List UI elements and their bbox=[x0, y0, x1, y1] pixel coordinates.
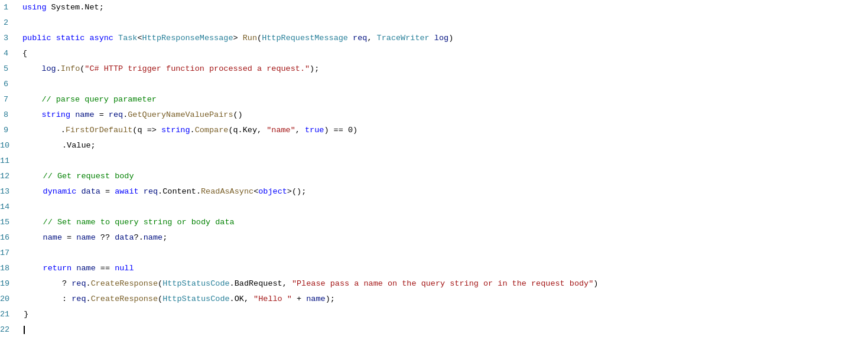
token-kw: dynamic bbox=[43, 187, 77, 196]
line-number: 11 bbox=[0, 153, 19, 169]
token-param: req bbox=[71, 279, 86, 288]
line-number: 14 bbox=[0, 199, 19, 215]
token-method: Info bbox=[61, 64, 80, 73]
token-string: "C# HTTP trigger function processed a re… bbox=[84, 64, 310, 73]
token-plain: () bbox=[233, 110, 243, 119]
code-line: 13 dynamic data = await req.Content.Read… bbox=[0, 184, 868, 199]
line-content: // Set name to query string or body data bbox=[19, 215, 868, 230]
token-string: "Please pass a name on the query string … bbox=[292, 279, 593, 288]
token-type: TraceWriter bbox=[377, 34, 430, 42]
token-plain bbox=[139, 187, 144, 196]
token-plain: ?. bbox=[134, 233, 144, 242]
token-plain: + bbox=[292, 295, 306, 303]
token-type: HttpStatusCode bbox=[162, 295, 229, 303]
code-line: 10 .Value; bbox=[0, 138, 868, 153]
token-plain bbox=[22, 64, 41, 73]
token-plain bbox=[51, 34, 56, 42]
token-method: CreateResponse bbox=[91, 295, 158, 303]
code-line: 11 bbox=[0, 153, 868, 169]
code-line: 16 name = name ?? data?.name; bbox=[0, 230, 868, 246]
line-number: 6 bbox=[0, 77, 18, 92]
token-comment: // Get request body bbox=[43, 172, 134, 181]
token-method: FirstOrDefault bbox=[66, 126, 132, 135]
token-plain: { bbox=[22, 49, 27, 58]
code-line: 3public static async Task<HttpResponseMe… bbox=[0, 31, 868, 46]
token-plain: ? bbox=[24, 279, 71, 288]
code-line: 15 // Set name to query string or body d… bbox=[0, 215, 868, 230]
token-param: log bbox=[434, 34, 448, 42]
token-method: ReadAsAsync bbox=[201, 187, 253, 196]
token-plain: ); bbox=[326, 295, 335, 303]
code-line: 17 bbox=[0, 246, 868, 261]
token-kw: public bbox=[22, 34, 51, 42]
token-param: data bbox=[81, 187, 100, 196]
token-kw: object bbox=[258, 187, 287, 196]
token-plain bbox=[24, 233, 43, 242]
line-number: 10 bbox=[0, 138, 19, 153]
code-line: 7 // parse query parameter bbox=[0, 92, 868, 107]
token-plain: >(); bbox=[287, 187, 306, 196]
token-param: req bbox=[144, 187, 158, 196]
token-string: "name" bbox=[266, 126, 295, 135]
token-plain: . bbox=[190, 126, 195, 135]
line-number: 13 bbox=[0, 184, 19, 199]
token-comment: // parse query parameter bbox=[41, 95, 156, 104]
token-plain: == bbox=[96, 264, 115, 273]
token-plain: ?? bbox=[96, 233, 115, 242]
line-number: 5 bbox=[0, 61, 18, 77]
line-number: 7 bbox=[0, 92, 18, 107]
line-number: 15 bbox=[0, 215, 19, 230]
token-type: HttpResponseMessage bbox=[142, 34, 233, 42]
token-method: Run bbox=[243, 34, 257, 42]
code-line: 12 // Get request body bbox=[0, 169, 868, 184]
token-plain: . bbox=[22, 126, 66, 135]
token-param: name bbox=[306, 295, 325, 303]
token-param: name bbox=[76, 264, 95, 273]
token-param: name bbox=[144, 233, 162, 242]
token-plain: (q => bbox=[132, 126, 161, 135]
line-number: 19 bbox=[0, 276, 19, 292]
token-method: GetQueryNameValuePairs bbox=[128, 110, 233, 119]
token-plain: .OK, bbox=[230, 295, 254, 303]
line-number: 3 bbox=[0, 31, 18, 46]
token-plain: = bbox=[62, 233, 76, 242]
token-plain: .BadRequest, bbox=[230, 279, 292, 288]
token-plain: ( bbox=[158, 279, 162, 288]
code-line: 9 .FirstOrDefault(q => string.Compare(q.… bbox=[0, 123, 868, 138]
line-content: using System.Net; bbox=[18, 0, 868, 15]
token-plain: = bbox=[100, 187, 115, 196]
text-cursor bbox=[24, 326, 25, 334]
line-content: return name == null bbox=[19, 261, 868, 276]
token-kw: return bbox=[43, 264, 72, 273]
line-number: 12 bbox=[0, 169, 19, 184]
token-plain: ); bbox=[310, 64, 319, 73]
line-content: // Get request body bbox=[19, 169, 868, 184]
token-plain: .Value; bbox=[24, 141, 96, 150]
token-param: req bbox=[71, 295, 86, 303]
line-number: 4 bbox=[0, 46, 18, 61]
code-line: 8 string name = req.GetQueryNameValuePai… bbox=[0, 107, 868, 123]
token-kw: null bbox=[115, 264, 134, 273]
token-kw: await bbox=[115, 187, 139, 196]
token-param: data bbox=[115, 233, 134, 242]
line-content: name = name ?? data?.name; bbox=[19, 230, 868, 246]
token-plain bbox=[430, 34, 434, 42]
token-plain bbox=[22, 95, 41, 104]
code-line: 5 log.Info("C# HTTP trigger function pro… bbox=[0, 61, 868, 77]
token-type: Task bbox=[118, 34, 137, 42]
line-number: 16 bbox=[0, 230, 19, 246]
token-string: "Hello " bbox=[253, 295, 292, 303]
token-plain: ) bbox=[593, 279, 598, 288]
token-method: CreateResponse bbox=[91, 279, 158, 288]
token-plain: ( bbox=[158, 295, 162, 303]
line-number: 8 bbox=[0, 107, 18, 123]
line-content: { bbox=[18, 46, 868, 61]
token-kw: string bbox=[161, 126, 190, 135]
token-plain: ) == 0) bbox=[324, 126, 357, 135]
token-type: HttpStatusCode bbox=[162, 279, 229, 288]
token-plain bbox=[24, 264, 43, 273]
line-content: .FirstOrDefault(q => string.Compare(q.Ke… bbox=[18, 123, 868, 138]
code-editor: 1using System.Net;23public static async … bbox=[0, 0, 868, 337]
token-param: name bbox=[75, 110, 94, 119]
token-plain: . bbox=[86, 279, 91, 288]
